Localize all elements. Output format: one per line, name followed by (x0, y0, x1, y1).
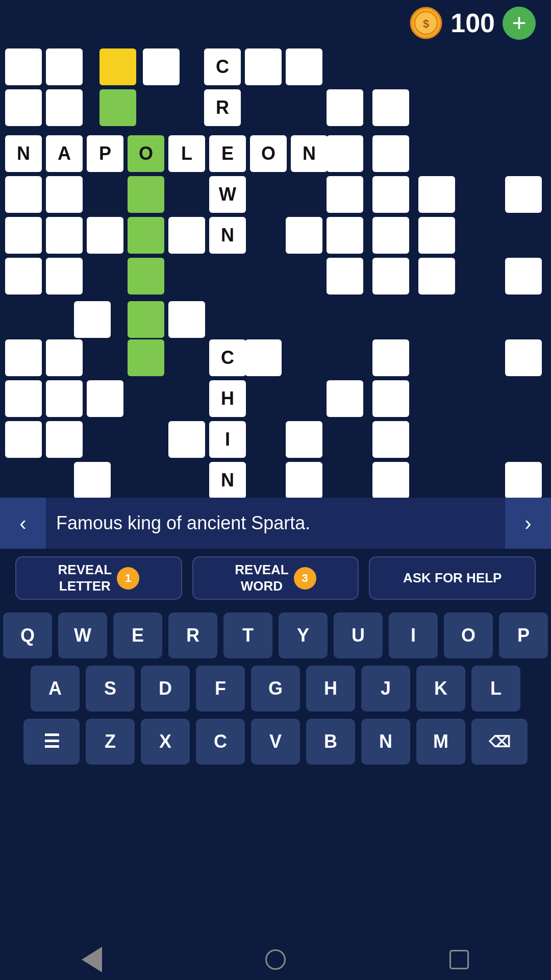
grid-cell[interactable] (245, 339, 282, 376)
key-U[interactable]: U (334, 612, 383, 658)
grid-cell[interactable] (5, 176, 42, 213)
grid-cell[interactable] (5, 380, 42, 417)
grid-cell[interactable] (372, 462, 409, 499)
grid-cell[interactable] (372, 176, 409, 213)
grid-cell[interactable] (505, 176, 542, 213)
cell-L[interactable]: L (168, 135, 205, 172)
key-N[interactable]: N (361, 719, 410, 765)
ask-for-help-button[interactable]: ASK FOR HELP (369, 556, 536, 600)
grid-cell[interactable] (74, 301, 111, 338)
grid-cell[interactable] (372, 380, 409, 417)
grid-cell[interactable] (87, 380, 123, 417)
key-backspace[interactable]: ⌫ (471, 719, 528, 765)
grid-cell[interactable] (168, 421, 205, 458)
grid-cell-green[interactable] (128, 339, 164, 376)
grid-cell[interactable] (372, 421, 409, 458)
grid-cell[interactable] (418, 258, 455, 295)
key-E[interactable]: E (113, 612, 162, 658)
grid-cell-R[interactable]: R (204, 89, 241, 126)
cell-A[interactable]: A (46, 135, 83, 172)
grid-cell[interactable] (286, 217, 322, 254)
grid-cell[interactable] (5, 258, 42, 295)
grid-cell[interactable] (87, 217, 123, 254)
grid-cell[interactable] (5, 48, 42, 85)
cell-P[interactable]: P (87, 135, 123, 172)
cell-W[interactable]: W (209, 176, 246, 213)
cell-C2[interactable]: C (209, 339, 246, 376)
grid-cell[interactable] (143, 48, 180, 85)
grid-cell[interactable] (372, 339, 409, 376)
key-T[interactable]: T (223, 612, 272, 658)
key-V[interactable]: V (251, 719, 300, 765)
grid-cell[interactable] (327, 89, 363, 126)
cell-highlight-yellow[interactable] (99, 48, 136, 85)
key-C[interactable]: C (196, 719, 245, 765)
key-Z[interactable]: Z (86, 719, 135, 765)
grid-cell[interactable] (46, 48, 83, 85)
grid-cell[interactable] (327, 217, 363, 254)
key-O[interactable]: O (444, 612, 493, 658)
reveal-word-button[interactable]: REVEALWORD 3 (192, 556, 359, 600)
nav-recent-button[interactable] (441, 942, 477, 977)
cell-H[interactable]: H (209, 380, 246, 417)
key-menu[interactable]: ☰ (23, 719, 80, 765)
key-L[interactable]: L (471, 666, 520, 712)
grid-cell[interactable] (505, 339, 542, 376)
nav-home-button[interactable] (258, 942, 293, 977)
grid-cell-green[interactable] (128, 258, 164, 295)
grid-cell[interactable] (46, 89, 83, 126)
grid-cell[interactable] (372, 217, 409, 254)
key-I[interactable]: I (389, 612, 438, 658)
key-M[interactable]: M (416, 719, 465, 765)
grid-cell-green[interactable] (128, 217, 164, 254)
grid-cell[interactable] (372, 135, 409, 172)
cell-N3[interactable]: N (209, 217, 246, 254)
grid-cell[interactable] (327, 135, 363, 172)
key-A[interactable]: A (31, 666, 80, 712)
grid-cell[interactable] (286, 48, 322, 85)
key-X[interactable]: X (141, 719, 190, 765)
grid-cell[interactable] (418, 176, 455, 213)
cell-N2[interactable]: N (291, 135, 328, 172)
key-B[interactable]: B (306, 719, 355, 765)
nav-back-button[interactable] (74, 942, 110, 977)
grid-cell[interactable] (505, 258, 542, 295)
grid-cell[interactable] (245, 48, 282, 85)
key-P[interactable]: P (499, 612, 548, 658)
key-D[interactable]: D (141, 666, 190, 712)
grid-cell[interactable] (46, 380, 83, 417)
key-Y[interactable]: Y (279, 612, 328, 658)
cell-O-green[interactable]: O (128, 135, 164, 172)
grid-cell[interactable] (46, 217, 83, 254)
grid-cell[interactable] (46, 421, 83, 458)
grid-cell[interactable] (74, 462, 111, 499)
grid-cell[interactable] (5, 89, 42, 126)
cell-I[interactable]: I (209, 421, 246, 458)
key-Q[interactable]: Q (3, 612, 52, 658)
grid-cell-green[interactable] (99, 89, 136, 126)
grid-cell[interactable] (372, 258, 409, 295)
key-G[interactable]: G (251, 666, 300, 712)
add-coins-button[interactable]: + (503, 7, 536, 40)
key-F[interactable]: F (196, 666, 245, 712)
grid-cell-C[interactable]: C (204, 48, 241, 85)
grid-cell[interactable] (5, 339, 42, 376)
cell-N4[interactable]: N (209, 462, 246, 499)
clue-next-button[interactable]: › (505, 498, 551, 549)
key-W[interactable]: W (58, 612, 107, 658)
grid-cell[interactable] (46, 176, 83, 213)
key-J[interactable]: J (361, 666, 410, 712)
grid-cell[interactable] (286, 421, 322, 458)
grid-cell[interactable] (46, 258, 83, 295)
grid-cell[interactable] (168, 301, 205, 338)
key-H[interactable]: H (306, 666, 355, 712)
grid-cell[interactable] (168, 217, 205, 254)
cell-O2[interactable]: O (250, 135, 287, 172)
grid-cell[interactable] (505, 462, 542, 499)
cell-N[interactable]: N (5, 135, 42, 172)
grid-cell[interactable] (327, 380, 363, 417)
key-S[interactable]: S (86, 666, 135, 712)
key-K[interactable]: K (416, 666, 465, 712)
grid-cell[interactable] (418, 217, 455, 254)
grid-cell-green[interactable] (128, 176, 164, 213)
